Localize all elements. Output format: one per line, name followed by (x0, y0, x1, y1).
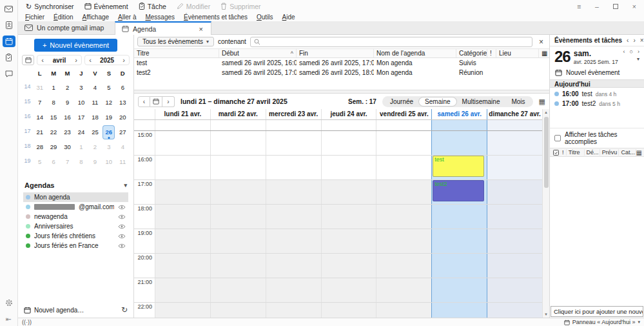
minical-day[interactable]: 27 (117, 126, 128, 139)
allday-cell[interactable] (266, 120, 321, 130)
minical-day[interactable]: 20 (117, 111, 128, 124)
tab-agenda[interactable]: Agenda × (115, 21, 211, 35)
calendar-space-icon[interactable] (3, 36, 15, 47)
settings-gear-icon[interactable] (3, 297, 15, 309)
mail-space-icon[interactable] (3, 3, 15, 15)
scrollbar-thumb[interactable] (544, 117, 549, 188)
day-header-jeudi-24-avr[interactable]: jeudi 24 avr. (321, 109, 376, 119)
prev-week-icon[interactable]: ‹ (138, 96, 150, 107)
prev-year-icon[interactable]: ‹ (85, 56, 95, 65)
grid-cell[interactable]: test (431, 156, 487, 179)
event-list-row[interactable]: testsamedi 26 avril 2025, 16:00samedi 26… (134, 58, 549, 68)
minical-day[interactable]: 11 (117, 156, 128, 168)
grid-cell[interactable]: test2 (431, 180, 487, 204)
chevron-down-icon[interactable]: ▾ (637, 56, 639, 62)
grid-cell[interactable] (487, 205, 542, 229)
view-semaine[interactable]: Semaine (419, 97, 456, 106)
grid-cell[interactable] (210, 278, 266, 302)
grid-cell[interactable] (266, 180, 321, 204)
todaypane-new-event-button[interactable]: Nouvel évènement (550, 66, 644, 79)
minimize-icon[interactable]: – (595, 3, 599, 10)
minical-day[interactable]: 23 (62, 126, 73, 139)
grid-cell[interactable] (155, 205, 210, 229)
minical-day[interactable]: 4 (117, 141, 128, 154)
eye-icon[interactable] (118, 214, 126, 219)
event-block-test[interactable]: test (433, 156, 484, 177)
event-filter-dropdown[interactable]: Tous les évènements ▾ (137, 37, 214, 46)
event-block-test2[interactable]: test2 (433, 180, 484, 201)
grid-cell[interactable] (266, 229, 321, 253)
view-multisemaine[interactable]: Multisemaine (456, 97, 506, 106)
column-header-fin[interactable]: Fin (297, 49, 374, 57)
task-column-pr-vu[interactable]: Prévu (600, 149, 620, 156)
grid-cell[interactable] (155, 180, 210, 204)
grid-cell[interactable] (210, 131, 266, 155)
minical-day[interactable]: 10 (75, 96, 86, 109)
new-task-toolbar-button[interactable]: Tâche (139, 3, 166, 10)
minical-day[interactable]: 17 (75, 111, 86, 124)
day-header-mercredi-23-avr[interactable]: mercredi 23 avr. (266, 109, 321, 119)
grid-cell[interactable] (266, 131, 321, 155)
minical-day[interactable]: 26 (103, 126, 114, 139)
minical-day[interactable]: 11 (90, 96, 101, 109)
search-input[interactable] (250, 37, 532, 47)
grid-cell[interactable] (431, 131, 487, 155)
grid-cell[interactable] (487, 254, 542, 278)
grid-cell[interactable] (321, 180, 376, 204)
minical-day[interactable]: 21 (34, 126, 45, 139)
tab-mail-account[interactable]: Un compte gmail imap (18, 21, 115, 34)
task-list-area[interactable] (550, 157, 644, 306)
task-check-icon[interactable] (552, 150, 560, 156)
allday-cell[interactable] (210, 120, 266, 130)
today-pane-toggle[interactable]: Panneau « Aujourd'hui » ▾ (564, 319, 640, 325)
minical-day[interactable]: 8 (48, 96, 59, 109)
minical-day[interactable]: 24 (75, 126, 86, 139)
column-header-cat-gorie[interactable]: Catégorie (456, 49, 487, 57)
chat-space-icon[interactable] (3, 68, 15, 79)
menu-outils[interactable]: Outils (252, 14, 278, 21)
eye-icon[interactable] (118, 205, 126, 210)
agenda-item-jours-f-ri-s-en-france[interactable]: Jours fériés en France (23, 241, 128, 250)
grid-cell[interactable] (210, 303, 266, 318)
grid-cell[interactable] (266, 205, 321, 229)
day-header-dimanche-27-avr[interactable]: dimanche 27 avr. (487, 109, 542, 119)
new-event-toolbar-button[interactable]: Évènement (84, 3, 128, 10)
column-header-titre[interactable]: Titre (134, 49, 219, 57)
minical-day[interactable]: 8 (75, 156, 86, 168)
grid-cell[interactable] (431, 205, 487, 229)
grid-cell[interactable] (155, 156, 210, 179)
grid-cell[interactable] (376, 131, 431, 155)
chevron-down-icon[interactable]: ▾ (124, 182, 127, 188)
grid-cell[interactable] (210, 229, 266, 253)
menu-aller[interactable]: Aller à (113, 14, 141, 21)
grid-cell[interactable] (155, 229, 210, 253)
synchronize-button[interactable]: ↻ Synchroniser (26, 3, 74, 10)
minical-day[interactable]: 10 (103, 156, 114, 168)
view-journ-e[interactable]: Journée (384, 97, 419, 106)
grid-cell[interactable] (431, 303, 487, 318)
agenda-item-gmail-com[interactable]: @gmail.com (23, 202, 128, 212)
new-event-button[interactable]: + Nouvel évènement (34, 39, 117, 52)
show-completed-checkbox[interactable] (554, 135, 561, 141)
grid-cell[interactable] (210, 180, 266, 204)
vertical-scrollbar[interactable]: ▴ ▾ (542, 109, 549, 318)
grid-cell[interactable] (321, 156, 376, 179)
task-column-[interactable]: ! (560, 149, 567, 156)
minical-day[interactable]: 6 (48, 156, 59, 168)
grid-cell[interactable] (321, 278, 376, 302)
minical-day[interactable]: 5 (34, 156, 45, 168)
allday-cell[interactable] (431, 120, 487, 130)
minical-day[interactable]: 22 (48, 126, 59, 139)
day-header-samedi-26-avr[interactable]: samedi 26 avr. (431, 109, 487, 119)
menu-messages[interactable]: Messages (141, 14, 179, 21)
grid-cell[interactable] (321, 254, 376, 278)
minical-day[interactable]: 25 (90, 126, 101, 139)
minical-day[interactable]: 3 (75, 81, 86, 94)
eye-icon[interactable] (118, 234, 126, 239)
column-picker-icon[interactable]: ▦ (539, 49, 549, 57)
delete-button[interactable]: Supprimer (220, 3, 260, 10)
today-current-icon[interactable]: ○ (630, 48, 633, 55)
menu-v-nements-et-t-ches[interactable]: Évènements et tâches (179, 14, 252, 21)
day-header-vendredi-25-avr[interactable]: vendredi 25 avr. (376, 109, 431, 119)
day-header-lundi-21-avr[interactable]: lundi 21 avr. (155, 109, 210, 119)
